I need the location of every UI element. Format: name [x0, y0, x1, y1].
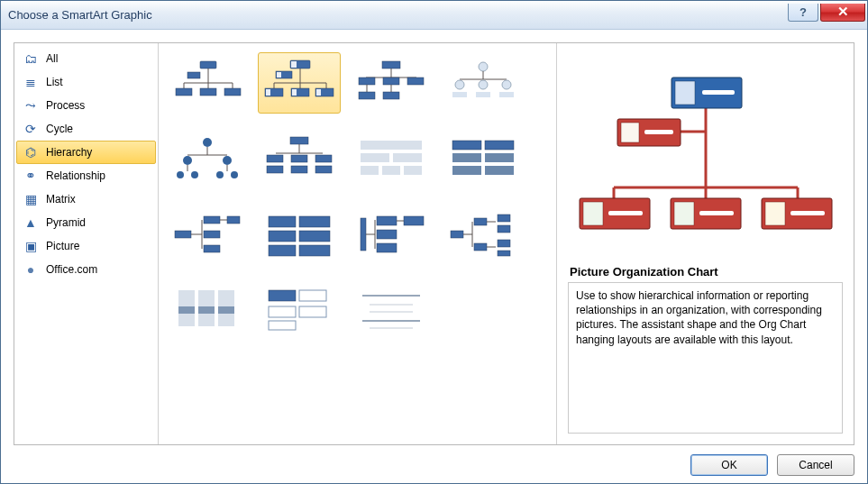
- svg-rect-15: [277, 72, 281, 78]
- svg-rect-88: [269, 231, 296, 242]
- svg-rect-134: [675, 81, 695, 105]
- svg-rect-24: [292, 89, 297, 96]
- svg-rect-70: [382, 166, 400, 175]
- svg-point-46: [203, 138, 212, 147]
- svg-rect-104: [474, 243, 487, 251]
- svg-rect-95: [377, 216, 397, 225]
- layout-thumb[interactable]: [258, 52, 341, 114]
- category-process[interactable]: ⤳ Process: [16, 94, 156, 117]
- svg-rect-67: [361, 153, 389, 162]
- svg-rect-138: [644, 130, 673, 134]
- layout-thumb[interactable]: [442, 52, 525, 114]
- svg-rect-65: [315, 166, 332, 173]
- category-label: Relationship: [46, 169, 105, 182]
- svg-point-37: [479, 62, 488, 71]
- layout-thumb[interactable]: [166, 279, 249, 341]
- svg-point-49: [183, 156, 192, 165]
- dialog-buttons: OK Cancel: [14, 445, 854, 476]
- layout-thumb[interactable]: [258, 204, 341, 265]
- category-picture[interactable]: ▣ Picture: [16, 234, 156, 258]
- category-officecom[interactable]: ● Office.com: [16, 258, 156, 281]
- help-button[interactable]: ?: [788, 4, 818, 22]
- svg-rect-77: [485, 166, 514, 175]
- svg-rect-71: [404, 166, 422, 175]
- pyramid-icon: ▲: [23, 215, 39, 231]
- svg-rect-22: [266, 89, 270, 96]
- svg-rect-83: [204, 245, 220, 252]
- layout-thumb[interactable]: [258, 279, 341, 341]
- svg-rect-0: [200, 61, 216, 68]
- category-cycle[interactable]: ⟳ Cycle: [16, 117, 156, 141]
- layout-thumb[interactable]: [258, 128, 341, 189]
- svg-rect-68: [393, 153, 422, 162]
- svg-rect-30: [359, 78, 375, 85]
- layout-thumb[interactable]: [166, 204, 249, 265]
- close-button[interactable]: ✕: [820, 4, 865, 22]
- svg-rect-12: [291, 61, 297, 68]
- svg-rect-60: [267, 155, 283, 162]
- svg-point-53: [177, 171, 184, 178]
- svg-rect-117: [269, 290, 296, 301]
- window-title: Choose a SmartArt Graphic: [8, 8, 152, 22]
- svg-rect-120: [299, 306, 326, 317]
- smartart-dialog: Choose a SmartArt Graphic ? ✕ 🗂 All ≣ Li…: [0, 0, 868, 484]
- category-relationship[interactable]: ⚭ Relationship: [16, 164, 156, 187]
- svg-rect-75: [485, 153, 514, 162]
- svg-rect-72: [452, 141, 481, 150]
- svg-rect-121: [269, 321, 296, 330]
- svg-rect-76: [452, 166, 481, 175]
- svg-rect-66: [361, 141, 422, 150]
- category-sidebar: 🗂 All ≣ List ⤳ Process ⟳ Cycle ⌬ Hier: [14, 43, 159, 444]
- svg-rect-73: [485, 141, 514, 150]
- layout-thumb[interactable]: [166, 128, 249, 189]
- process-icon: ⤳: [23, 97, 39, 114]
- category-label: Picture: [46, 240, 79, 252]
- category-label: Cycle: [46, 123, 73, 135]
- category-all[interactable]: 🗂 All: [16, 47, 156, 70]
- layout-thumb[interactable]: [350, 128, 433, 189]
- svg-rect-89: [299, 231, 330, 242]
- layout-thumb[interactable]: [166, 52, 249, 114]
- layout-thumb[interactable]: [350, 204, 433, 265]
- category-label: Office.com: [46, 263, 97, 276]
- category-label: Process: [46, 99, 85, 112]
- svg-rect-36: [383, 92, 399, 99]
- svg-rect-119: [269, 306, 296, 317]
- category-label: List: [46, 76, 63, 88]
- svg-point-42: [502, 80, 511, 89]
- ok-button[interactable]: OK: [690, 454, 768, 476]
- category-matrix[interactable]: ▦ Matrix: [16, 187, 156, 211]
- picture-icon: ▣: [23, 238, 39, 254]
- category-label: Pyramid: [46, 216, 86, 229]
- category-label: Hierarchy: [46, 146, 92, 159]
- svg-rect-118: [299, 290, 326, 301]
- category-list[interactable]: ≣ List: [16, 70, 156, 94]
- svg-rect-31: [383, 78, 399, 85]
- preview-title: Picture Organization Chart: [570, 265, 841, 279]
- svg-rect-10: [224, 88, 241, 96]
- layout-thumb[interactable]: [442, 204, 525, 265]
- svg-rect-45: [499, 92, 514, 97]
- svg-rect-74: [452, 153, 481, 162]
- relationship-icon: ⚭: [23, 168, 39, 184]
- category-pyramid[interactable]: ▲ Pyramid: [16, 211, 156, 234]
- svg-rect-57: [290, 137, 308, 144]
- svg-rect-91: [299, 245, 330, 256]
- svg-rect-32: [407, 78, 424, 85]
- svg-point-56: [231, 171, 238, 178]
- globe-icon: ●: [23, 261, 39, 278]
- svg-rect-96: [377, 230, 397, 239]
- svg-rect-87: [299, 216, 330, 227]
- category-hierarchy[interactable]: ⌬ Hierarchy: [16, 141, 156, 164]
- svg-rect-114: [178, 306, 195, 314]
- svg-rect-143: [674, 202, 694, 225]
- layout-thumb[interactable]: [350, 52, 433, 114]
- svg-rect-64: [291, 166, 307, 173]
- layout-thumb[interactable]: [350, 279, 433, 341]
- svg-rect-135: [702, 90, 735, 95]
- svg-rect-116: [218, 306, 234, 314]
- svg-rect-107: [498, 215, 510, 222]
- cancel-button[interactable]: Cancel: [777, 454, 854, 476]
- layout-thumb[interactable]: [442, 128, 525, 189]
- svg-rect-115: [198, 306, 215, 314]
